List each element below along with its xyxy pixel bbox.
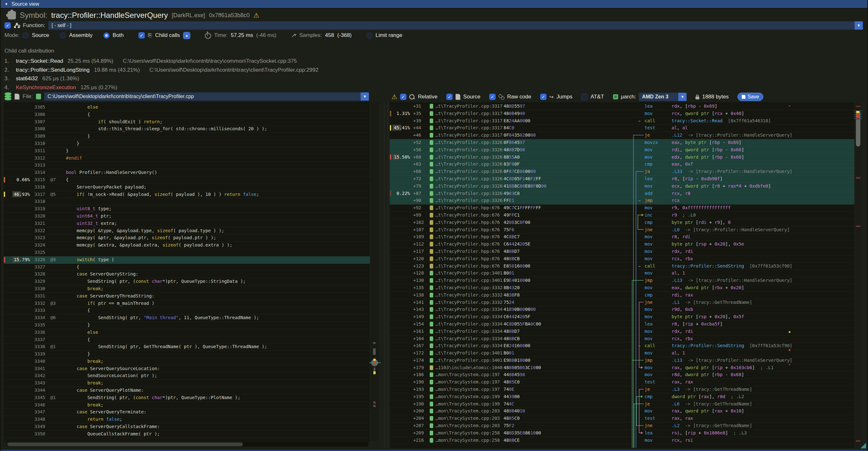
source-hscrollbar-thumb[interactable] bbox=[7, 442, 243, 446]
source-line-row[interactable]: 3350 QueueCallstackFrame( ptr ); bbox=[4, 431, 370, 438]
att-checkbox[interactable] bbox=[581, 94, 588, 100]
source-line-row[interactable]: 3306 { bbox=[4, 111, 370, 119]
collapse-icon[interactable]: ▼ bbox=[4, 2, 8, 6]
asm-location[interactable]: …t\TracyProfiler.hpp:676 bbox=[435, 205, 500, 211]
asm-row[interactable]: +39…t\TracyProfiler.cpp:3317E824AA0000←c… bbox=[390, 118, 854, 125]
asm-row[interactable]: +138…t\TracyProfiler.cpp:3332483BF8cmprd… bbox=[390, 292, 854, 299]
uarch-combo-arrow-icon[interactable]: ▼ bbox=[678, 93, 687, 101]
asm-row[interactable]: 15.50%+60…t\TracyProfiler.cpp:33268B55A0… bbox=[390, 154, 854, 161]
source-line-row[interactable]: 3318 bbox=[4, 198, 370, 205]
asm-location[interactable]: …mon\TracySystem.cpp:258 bbox=[435, 430, 500, 437]
asm-row[interactable]: +92…t\TracyProfiler.hpp:67649C7C1FFFFFFF… bbox=[390, 205, 854, 212]
asm-row[interactable]: +123…t\TracyProfiler.hpp:676E850160000←c… bbox=[390, 263, 854, 270]
asm-row[interactable]: +120…t\TracyProfiler.hpp:676488BCBmovrcx… bbox=[390, 255, 854, 263]
asm-location[interactable]: …mon\TracySystem.cpp:199 bbox=[435, 393, 500, 400]
source-line-row[interactable]: 3305 else bbox=[4, 104, 370, 111]
asm-location[interactable]: …t\TracyProfiler.cpp:3326 bbox=[435, 183, 503, 189]
asm-location[interactable]: …t\TracyProfiler.cpp:3332 bbox=[435, 292, 503, 298]
source-line-row[interactable]: 3332@3 if( ptr == m_mainThread ) bbox=[4, 300, 370, 307]
source-line-row[interactable]: 3333 { bbox=[4, 307, 370, 314]
asm-location[interactable]: …mon\TracySystem.cpp:203 bbox=[435, 415, 500, 422]
source-line-row[interactable]: 46.93%3317@5 if( !m_sock->Read( &payload… bbox=[4, 191, 370, 199]
asm-row[interactable]: +79…t\TracyProfiler.cpp:3326418B8C80E0BF… bbox=[390, 183, 854, 190]
assembly-panel[interactable]: +31…t\TracyProfiler.cpp:3317488D5597lear… bbox=[390, 102, 854, 448]
source-line-row[interactable]: 3325 bbox=[4, 249, 370, 257]
titlebar[interactable]: ▼ Source view bbox=[1, 0, 867, 9]
asm-location[interactable]: …t\TracyProfiler.cpp:3401 bbox=[435, 350, 503, 356]
source-line-row[interactable]: 3308 std::this_thread::sleep_for( std::c… bbox=[4, 125, 370, 133]
asm-location[interactable]: …t\TracyProfiler.cpp:3334 bbox=[435, 313, 503, 320]
asm-location[interactable]: …t\TracyProfiler.cpp:3334 bbox=[435, 342, 503, 349]
asm-location[interactable]: …t\TracyProfiler.hpp:676 bbox=[435, 212, 500, 218]
asm-row[interactable]: +164…t\TracyProfiler.cpp:3334488BCBmovrc… bbox=[390, 335, 854, 343]
function-checkbox[interactable]: ✓ bbox=[4, 22, 11, 29]
relative-checkbox[interactable]: ✓ bbox=[400, 94, 406, 100]
file-combo-arrow-icon[interactable]: ▼ bbox=[361, 92, 369, 101]
source-line-row[interactable]: 3309 } bbox=[4, 133, 370, 140]
asm-location[interactable]: …t\TracyProfiler.hpp:676 bbox=[435, 263, 500, 269]
source-line-row[interactable]: 3331 case ServerQueryThreadString: bbox=[4, 293, 370, 300]
asm-location[interactable]: …t\TracyProfiler.cpp:3332 bbox=[435, 284, 503, 291]
asm-row[interactable]: +216…mon\TracySystem.cpp:258488BCEmovrcx… bbox=[390, 437, 854, 444]
asm-location[interactable]: …t\TracyProfiler.cpp:3332 bbox=[435, 299, 503, 306]
source-line-row[interactable]: 3316 ServerQueryPacket payload; bbox=[4, 184, 370, 191]
source-line-row[interactable]: 3339 } bbox=[4, 351, 370, 358]
asm-location[interactable]: …t\TracyProfiler.hpp:676 bbox=[435, 241, 500, 247]
asm-row[interactable]: +99…t\TracyProfiler.hpp:67649FFC1incr9 ;… bbox=[390, 212, 854, 219]
source-checkbox[interactable]: ✓ bbox=[446, 94, 453, 100]
asm-row[interactable]: +112…t\TracyProfiler.hpp:676C64424205Emo… bbox=[390, 241, 854, 248]
source-line-row[interactable]: 3346 break; bbox=[4, 402, 370, 409]
asm-row[interactable]: 45.41%+44…t\TracyProfiler.cpp:331784C0te… bbox=[390, 124, 854, 132]
asm-row[interactable]: +66…t\TracyProfiler.cpp:33260F87CE060000… bbox=[390, 168, 854, 176]
source-line-row[interactable]: 3330 break; bbox=[4, 285, 370, 293]
asm-location[interactable]: …t\TracyProfiler.cpp:3317 bbox=[435, 124, 503, 131]
asm-location[interactable]: …t\TracyProfiler.hpp:676 bbox=[435, 255, 500, 262]
source-code-panel[interactable]: 3305 else3306 {3307 if( shouldExit ) ret… bbox=[4, 102, 370, 442]
asm-location[interactable]: …t\TracyProfiler.cpp:3326 bbox=[435, 147, 503, 153]
asm-row[interactable]: +109…t\TracyProfiler.hpp:6764C8BC7movr8,… bbox=[390, 234, 854, 241]
function-combo-arrow-icon[interactable]: ▼ bbox=[855, 21, 863, 30]
child-call-item[interactable]: 4.KeSynchronizeExecution125 μs (0.27%) bbox=[4, 84, 127, 90]
source-line-row[interactable]: 3341 case ServerQuerySourceLocation: bbox=[4, 365, 370, 373]
asm-row[interactable]: +46…t\TracyProfiler.cpp:33170F8435020000… bbox=[390, 132, 854, 139]
asm-row[interactable]: +186…mon\TracySystem.cpp:197448B4598movr… bbox=[390, 371, 854, 379]
jumps-checkbox[interactable]: ✓ bbox=[540, 94, 547, 100]
asm-location[interactable]: …mon\TracySystem.cpp:203 bbox=[435, 422, 500, 429]
source-line-row[interactable]: 3329 SendString( ptr, (const char*)ptr, … bbox=[4, 278, 370, 285]
asm-row[interactable]: +128…t\TracyProfiler.cpp:3401B001moval, … bbox=[390, 270, 854, 277]
source-line-row[interactable]: 3348 return false; bbox=[4, 416, 370, 423]
asm-location[interactable]: …t\TracyProfiler.cpp:3317 bbox=[435, 110, 503, 117]
source-line-row[interactable]: 3320 uint64_t ptr; bbox=[4, 213, 370, 220]
asm-row[interactable]: 1.31%+35…t\TracyProfiler.cpp:3317488B494… bbox=[390, 110, 854, 118]
asm-location[interactable]: …mon\TracySystem.cpp:199 bbox=[435, 401, 500, 408]
source-line-row[interactable]: 3307 if( shouldExit ) return; bbox=[4, 119, 370, 126]
asm-location[interactable]: …mon\TracySystem.cpp:203 bbox=[435, 408, 500, 414]
asm-row[interactable]: +161…t\TracyProfiler.cpp:3334488BD7movrd… bbox=[390, 328, 854, 335]
asm-location[interactable]: …t\TracyProfiler.hpp:676 bbox=[435, 234, 500, 240]
asm-row[interactable]: +167…t\TracyProfiler.cpp:3334E824160000←… bbox=[390, 342, 854, 350]
panel-divider[interactable] bbox=[384, 102, 384, 448]
source-line-row[interactable]: 3314bool Profiler::HandleServerQuery() bbox=[4, 169, 370, 176]
child-call-item[interactable]: 2.tracy::Profiler::SendLongString19.88 m… bbox=[4, 67, 318, 73]
source-line-row[interactable]: 3313 bbox=[4, 162, 370, 169]
uarch-combo[interactable]: AMD Zen 3 ▼ bbox=[639, 93, 687, 101]
source-line-row[interactable]: 3345@1 SendString( ptr, (const char*)ptr… bbox=[4, 394, 370, 402]
asm-location[interactable]: …t\TracyProfiler.hpp:676 bbox=[435, 248, 500, 255]
radio-source[interactable] bbox=[23, 32, 29, 38]
collapse-distribution-button[interactable]: ▲ bbox=[183, 32, 190, 39]
asm-row[interactable]: +195…mon\TracySystem.cpp:199443900cmpdwo… bbox=[390, 393, 854, 401]
asm-row[interactable]: +72…t\TracyProfiler.cpp:33264C8D05F146F2… bbox=[390, 176, 854, 183]
asm-scrollbar[interactable] bbox=[856, 102, 861, 448]
asm-location[interactable]: …mon\TracySystem.cpp:197 bbox=[435, 386, 500, 393]
asm-location[interactable]: …1103\include\atomic:1048 bbox=[435, 364, 503, 371]
source-line-row[interactable]: 3323 memcpy( &ptr, &payload.ptr, sizeof(… bbox=[4, 234, 370, 242]
asm-row[interactable]: +56…t\TracyProfiler.cpp:3326488B7D98movr… bbox=[390, 147, 854, 154]
child-calls-checkbox[interactable]: ✓ bbox=[138, 32, 145, 38]
radio-assembly[interactable] bbox=[60, 32, 66, 38]
source-line-row[interactable]: 3321 uint32_t extra; bbox=[4, 220, 370, 228]
asm-row[interactable]: +198…mon\TracySystem.cpp:199744Cje.L6 ->… bbox=[390, 401, 854, 408]
asm-row[interactable]: +154…t\TracyProfiler.cpp:33344C8D055FBA0… bbox=[390, 321, 854, 328]
asm-row[interactable]: +174…t\TracyProfiler.cpp:3401E9B8010000j… bbox=[390, 357, 854, 364]
asm-location[interactable]: …t\TracyProfiler.cpp:3401 bbox=[435, 357, 503, 364]
source-hscrollbar[interactable] bbox=[6, 442, 369, 447]
